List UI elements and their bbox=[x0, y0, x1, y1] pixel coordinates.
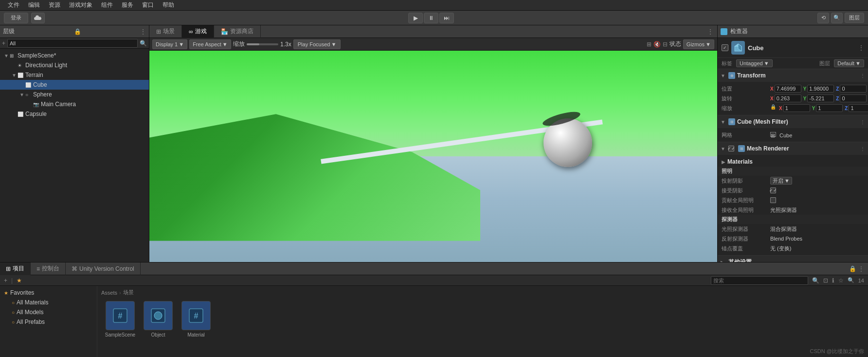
menu-services[interactable]: 服务 bbox=[118, 0, 137, 10]
search-icon-bottom[interactable]: 🔍 bbox=[812, 277, 819, 284]
favorite-icon[interactable]: ★ bbox=[17, 277, 22, 284]
tab-version-control[interactable]: ⌘ Unity Version Control bbox=[66, 263, 141, 275]
step-button[interactable]: ⏭ bbox=[439, 13, 454, 23]
hierarchy-item-samplescene[interactable]: ▼ ⊞ SampleScene* bbox=[0, 51, 149, 60]
hierarchy-item-maincamera[interactable]: 📷 Main Camera bbox=[0, 99, 149, 109]
cloud-button[interactable] bbox=[31, 13, 45, 23]
tag-dropdown[interactable]: Untagged ▼ bbox=[736, 59, 773, 67]
scale-y-input[interactable] bbox=[816, 104, 843, 112]
transform-component: ▼ ⊕ Transform ⋮ 位置 X Y bbox=[718, 69, 868, 115]
tab-store[interactable]: 🏪 资源商店 bbox=[214, 25, 261, 38]
scale-lock-icon[interactable]: 🔒 bbox=[770, 104, 776, 112]
object-active-checkbox[interactable] bbox=[722, 44, 728, 51]
hierarchy-item-cube[interactable]: ⬜ Cube bbox=[0, 80, 149, 90]
project-search-input[interactable] bbox=[711, 276, 808, 285]
menu-component[interactable]: 组件 bbox=[97, 0, 117, 10]
play-button[interactable]: ▶ bbox=[408, 13, 423, 23]
hierarchy-item-dirlight[interactable]: ☀ Directional Light bbox=[0, 60, 149, 70]
lighting-section: 照明 bbox=[718, 167, 868, 176]
tab-scene[interactable]: ⊞ 场景 bbox=[149, 25, 182, 38]
position-y-input[interactable] bbox=[807, 85, 834, 93]
hierarchy-item-sphere[interactable]: ▼ ○ Sphere bbox=[0, 90, 149, 99]
position-z-input[interactable] bbox=[840, 85, 867, 93]
object-cube-icon bbox=[731, 41, 745, 55]
aspect-button[interactable]: Free Aspect ▼ bbox=[189, 39, 231, 49]
contribute-gi-checkbox[interactable] bbox=[770, 197, 776, 203]
inspector-obj-header: Cube ⋮ bbox=[718, 38, 868, 58]
asset-card-3[interactable]: # Material bbox=[179, 301, 213, 338]
assets-grid: # SampleScene Object bbox=[99, 297, 866, 341]
meshrenderer-checkbox[interactable]: ✓ bbox=[728, 146, 734, 151]
layers-button[interactable]: 图层 bbox=[845, 13, 864, 23]
meshrenderer-header[interactable]: ▼ ✓ ⊞ Mesh Renderer ⋮ bbox=[718, 142, 868, 155]
scale-z-input[interactable] bbox=[849, 104, 868, 112]
filter-icon[interactable]: ⊡ bbox=[823, 277, 828, 284]
tab-project[interactable]: ⊞ 项目 bbox=[0, 263, 31, 275]
breadcrumb-scene[interactable]: 场景 bbox=[123, 289, 134, 296]
transform-header[interactable]: ▼ ⊕ Transform ⋮ bbox=[718, 69, 868, 82]
tab-game[interactable]: ∞ 游戏 bbox=[182, 25, 214, 38]
hierarchy-lock-icon[interactable]: 🔒 bbox=[74, 28, 81, 35]
asset-card-1[interactable]: # SampleScene bbox=[103, 301, 137, 338]
inspector-more-icon[interactable]: ⋮ bbox=[858, 44, 864, 51]
menu-assets[interactable]: 资源 bbox=[45, 0, 64, 10]
pause-button[interactable]: ⏸ bbox=[424, 13, 438, 23]
rotation-z-input[interactable] bbox=[840, 94, 867, 102]
transform-title: Transform bbox=[737, 72, 766, 79]
receive-shadow-checkbox[interactable]: ✓ bbox=[770, 188, 776, 193]
zoom-slider-track[interactable] bbox=[247, 43, 278, 45]
hierarchy-search-icon[interactable]: 🔍 bbox=[140, 40, 147, 47]
rotation-y-input[interactable] bbox=[807, 94, 834, 102]
position-x-input[interactable] bbox=[775, 85, 801, 93]
materials-row[interactable]: ▶ Materials bbox=[718, 157, 868, 167]
hierarchy-add-icon[interactable]: + bbox=[2, 40, 5, 47]
all-materials-item[interactable]: ○ All Materials bbox=[0, 298, 97, 307]
add-icon-bottom[interactable]: + bbox=[4, 277, 7, 284]
stats-label[interactable]: 状态 bbox=[669, 40, 681, 48]
star-icon[interactable]: ☆ bbox=[838, 277, 844, 284]
tab-console[interactable]: ≡ 控制台 bbox=[31, 263, 66, 275]
maximize-icon[interactable]: ⊞ bbox=[647, 41, 651, 48]
grid-icon[interactable]: ⊟ bbox=[663, 41, 668, 48]
panel-more-icon-bottom[interactable]: ⋮ bbox=[858, 265, 864, 272]
menu-help[interactable]: 帮助 bbox=[159, 0, 178, 10]
view-tabs-more[interactable]: ⋮ bbox=[704, 28, 717, 35]
rotation-x-input[interactable] bbox=[775, 94, 801, 102]
play-controls: ▶ ⏸ ⏭ bbox=[408, 13, 454, 23]
info-icon[interactable]: ℹ bbox=[832, 277, 834, 284]
cast-shadow-dropdown[interactable]: 开启 ▼ bbox=[770, 177, 792, 185]
mute-icon[interactable]: 🔇 bbox=[653, 41, 661, 48]
receive-gi-row: 接收全局照明 光照探测器 bbox=[718, 205, 868, 215]
hierarchy-search-input[interactable] bbox=[7, 39, 138, 48]
transform-more[interactable]: ⋮ bbox=[860, 73, 865, 78]
history-button[interactable]: ⟲ bbox=[817, 13, 829, 23]
menu-file[interactable]: 文件 bbox=[4, 0, 23, 10]
meshfilter-header[interactable]: ▼ ⊞ Cube (Mesh Filter) ⋮ bbox=[718, 115, 868, 128]
all-prefabs-item[interactable]: ○ All Prefabs bbox=[0, 317, 97, 327]
scale-x-input[interactable] bbox=[783, 104, 810, 112]
menu-edit[interactable]: 编辑 bbox=[24, 0, 44, 10]
hierarchy-item-capsule[interactable]: ⬜ Capsule bbox=[0, 109, 149, 119]
layer-dropdown[interactable]: Default ▼ bbox=[834, 59, 864, 67]
menu-window[interactable]: 窗口 bbox=[138, 0, 158, 10]
reflect-probe-value: Blend Probes bbox=[770, 236, 864, 242]
account-button[interactable]: 登录 bbox=[4, 13, 28, 23]
meshfilter-more[interactable]: ⋮ bbox=[860, 119, 865, 125]
search-button[interactable]: 🔍 bbox=[831, 13, 843, 23]
hierarchy-more-icon[interactable]: ⋮ bbox=[140, 28, 146, 35]
menu-gameobject[interactable]: 游戏对象 bbox=[65, 0, 96, 10]
othersettings-header[interactable]: ▶ 其他设置 bbox=[718, 256, 868, 262]
hierarchy-item-terrain[interactable]: ▼ ⬜ Terrain bbox=[0, 70, 149, 80]
breadcrumb-assets[interactable]: Assets bbox=[101, 290, 117, 296]
play-focused-button[interactable]: Play Focused ▼ bbox=[293, 39, 341, 49]
favorites-folder[interactable]: ★ Favorites bbox=[0, 288, 97, 298]
display-button[interactable]: Display 1 ▼ bbox=[152, 39, 187, 49]
inspector-title: 检查器 bbox=[730, 27, 748, 36]
asset-card-2[interactable]: Object bbox=[141, 301, 175, 338]
panel-lock-icon-bottom[interactable]: 🔒 bbox=[849, 265, 856, 272]
light-probe-label: 光照探测器 bbox=[722, 225, 770, 233]
mesh-row: 网格 ⊞ Cube bbox=[718, 130, 868, 140]
meshrenderer-more[interactable]: ⋮ bbox=[860, 146, 865, 151]
gizmos-button[interactable]: Gizmos ▼ bbox=[683, 39, 714, 49]
all-models-item[interactable]: ○ All Models bbox=[0, 307, 97, 317]
